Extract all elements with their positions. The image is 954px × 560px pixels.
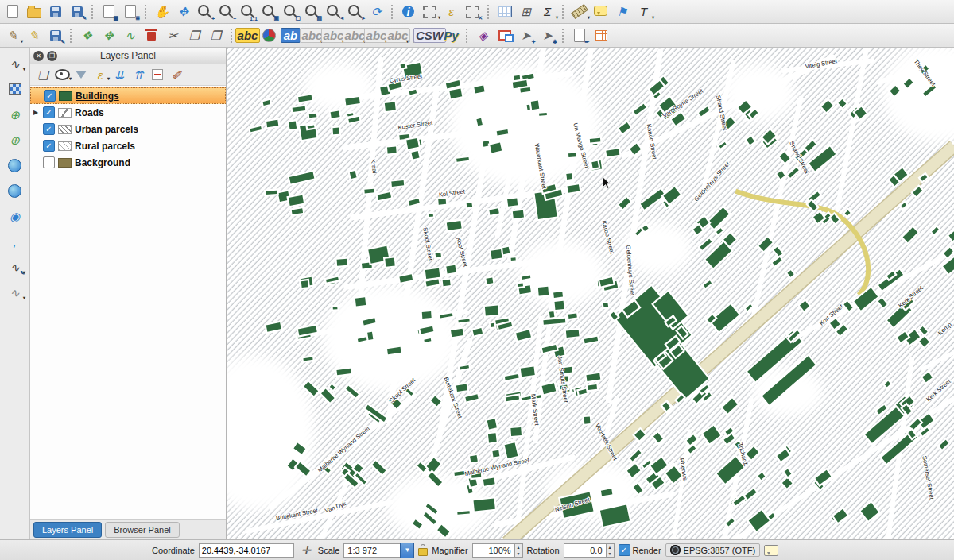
filter-by-expression-button[interactable]: ε▾ xyxy=(91,66,110,83)
paste-features-button[interactable]: ❒ xyxy=(205,25,227,46)
scale-lock-icon[interactable] xyxy=(418,548,428,556)
pointer-tool-1-button[interactable]: ➤✦ xyxy=(515,25,537,46)
label-move-button[interactable]: abc▾ xyxy=(344,25,366,46)
coordinate-capture-button[interactable]: ✛ xyxy=(298,540,314,560)
layer-checkbox-urban-parcels[interactable]: ✓ xyxy=(43,123,55,135)
layer-row-buildings[interactable]: ✓Buildings xyxy=(30,87,226,104)
layer-checkbox-buildings[interactable]: ✓ xyxy=(44,90,56,102)
layer-row-background[interactable]: Background xyxy=(30,154,226,171)
statistical-summary-dropdown-icon[interactable]: ▾ xyxy=(556,14,558,20)
new-shapefile-layer-dropdown-icon[interactable]: ▾ xyxy=(23,269,25,275)
field-calculator-button[interactable]: ⊞ xyxy=(515,2,537,22)
statistical-summary-button[interactable]: Σ▾ xyxy=(537,2,558,22)
rotation-down-icon[interactable]: ▼ xyxy=(607,550,614,557)
node-tool-button[interactable]: ∿ xyxy=(119,25,141,46)
add-wcs-layer-button[interactable] xyxy=(4,180,25,201)
add-vector-layer-dropdown-icon[interactable]: ▾ xyxy=(23,66,25,71)
label-pin-button[interactable]: abc▾ xyxy=(301,25,323,46)
manage-layer-visibility-button[interactable]: ▾ xyxy=(52,66,72,83)
label-toolbar-button[interactable]: ab xyxy=(280,25,301,46)
cut-features-button[interactable]: ✂ xyxy=(162,25,184,46)
zoom-out-button[interactable]: − xyxy=(215,2,237,22)
rotation-up-icon[interactable]: ▲ xyxy=(607,544,614,550)
diagram-options-button[interactable] xyxy=(258,25,280,46)
save-layer-edits-button[interactable]: ✎ xyxy=(45,25,66,46)
collapse-all-button[interactable]: ⇈ xyxy=(129,66,148,83)
open-attribute-table-button[interactable] xyxy=(494,2,515,22)
add-raster-layer-button[interactable] xyxy=(4,79,25,99)
layer-diagram-button[interactable]: ✏ xyxy=(568,25,590,46)
zoom-to-layer-button[interactable]: ▤ xyxy=(301,2,323,22)
layers-panel-titlebar[interactable]: ✕ ❐ Layers Panel xyxy=(30,48,226,64)
current-edits-button[interactable]: ✎▾ xyxy=(2,25,23,46)
new-shapefile-layer-button[interactable]: ∿✎▾ xyxy=(4,257,25,277)
move-feature-button[interactable]: ✥ xyxy=(98,25,119,46)
add-spatialite-layer-button[interactable]: ⊕ xyxy=(4,129,25,150)
panel-close-button[interactable]: ✕ xyxy=(33,51,44,61)
new-project-button[interactable] xyxy=(2,2,23,22)
label-rotate-button[interactable]: abc▾ xyxy=(366,25,387,46)
metasearch-csw-button[interactable]: CSW xyxy=(419,25,440,46)
magnifier-up-icon[interactable]: ▲ xyxy=(515,544,522,550)
messages-icon[interactable] xyxy=(764,545,778,556)
delete-selected-button[interactable] xyxy=(141,25,162,46)
map-canvas[interactable]: Cyrus StreetKoster StreetKraalKol Street… xyxy=(227,48,954,539)
text-annotation-dropdown-icon[interactable]: ▾ xyxy=(652,14,654,20)
composer-manager-button[interactable]: ≣ xyxy=(119,2,141,22)
layer-row-roads[interactable]: ▶✓Roads xyxy=(30,104,226,121)
scale-dropdown-icon[interactable]: ▼ xyxy=(400,543,414,558)
zoom-to-selection-button[interactable]: ▢ xyxy=(280,2,301,22)
select-by-expression-button[interactable]: ε xyxy=(440,2,462,22)
magnifier-steppers[interactable]: ▲▼ xyxy=(514,543,523,558)
layer-row-urban-parcels[interactable]: ✓Urban parcels xyxy=(30,121,226,137)
add-virtual-layer-button[interactable]: ∿▾ xyxy=(4,282,25,303)
new-bookmark-button[interactable]: ⚑ xyxy=(611,2,633,22)
coordinate-input[interactable] xyxy=(199,543,294,558)
magnifier-down-icon[interactable]: ▼ xyxy=(515,550,522,557)
expand-all-button[interactable]: ⇊ xyxy=(110,66,129,83)
python-console-button[interactable]: Py xyxy=(440,25,462,46)
add-postgis-layer-button[interactable]: ⊕ xyxy=(4,104,25,125)
copy-features-button[interactable]: ❐ xyxy=(184,25,205,46)
scale-combobox[interactable]: 1:3 972 ▼ xyxy=(343,543,414,558)
measure-line-button[interactable]: ▾ xyxy=(568,2,590,22)
toggle-editing-button[interactable]: ✎ xyxy=(23,25,45,46)
add-vector-layer-button[interactable]: ∿▾ xyxy=(4,53,25,74)
render-checkbox-group[interactable]: ✓ Render xyxy=(619,544,661,556)
layer-expander-icon[interactable]: ▶ xyxy=(32,109,40,116)
broom-button[interactable]: ✐ xyxy=(167,66,186,83)
layer-checkbox-rural-parcels[interactable]: ✓ xyxy=(43,140,55,152)
add-wfs-layer-button[interactable]: ◉ xyxy=(4,206,25,226)
filter-legend-button[interactable] xyxy=(72,66,91,83)
topology-checker-button[interactable] xyxy=(494,25,515,46)
layer-row-rural-parcels[interactable]: ✓Rural parcels xyxy=(30,137,226,154)
tab-layers-panel[interactable]: Layers Panel xyxy=(33,522,102,538)
open-project-button[interactable] xyxy=(23,2,45,22)
label-properties-dropdown-icon[interactable]: ▾ xyxy=(406,38,409,44)
magnifier-spinbox[interactable]: 100% ▲▼ xyxy=(472,543,523,558)
pointer-tool-2-button[interactable]: ➤✱ xyxy=(537,25,558,46)
pan-map-button[interactable]: ✋ xyxy=(151,2,173,22)
tab-browser-panel[interactable]: Browser Panel xyxy=(105,522,180,538)
new-print-composer-button[interactable]: ▦ xyxy=(98,2,119,22)
labeling-button[interactable]: abc xyxy=(237,25,258,46)
identify-features-button[interactable]: i xyxy=(398,2,419,22)
rotation-steppers[interactable]: ▲▼ xyxy=(606,543,615,558)
add-feature-button[interactable]: ❖ xyxy=(76,25,98,46)
zoom-in-button[interactable]: + xyxy=(194,2,215,22)
label-show-hide-button[interactable]: abc▾ xyxy=(323,25,344,46)
add-virtual-layer-dropdown-icon[interactable]: ▾ xyxy=(23,295,25,300)
refresh-map-button[interactable]: ⟳ xyxy=(366,2,387,22)
save-project-as-button[interactable]: ✎ xyxy=(66,2,87,22)
layer-checkbox-roads[interactable]: ✓ xyxy=(43,106,55,118)
select-features-button[interactable]: ▾ xyxy=(419,2,440,22)
pan-to-selection-button[interactable]: ✥ xyxy=(173,2,194,22)
render-checkbox[interactable]: ✓ xyxy=(619,544,630,556)
zoom-full-button[interactable]: ▣ xyxy=(258,2,280,22)
deselect-all-button[interactable]: ✕ xyxy=(462,2,483,22)
zoom-native-button[interactable]: 1:1 xyxy=(237,2,258,22)
geometry-checker-button[interactable]: ◈ xyxy=(472,25,494,46)
add-wms-layer-button[interactable] xyxy=(4,155,25,176)
panel-float-button[interactable]: ❐ xyxy=(47,51,57,61)
add-delimited-text-layer-button[interactable]: , xyxy=(4,231,25,252)
